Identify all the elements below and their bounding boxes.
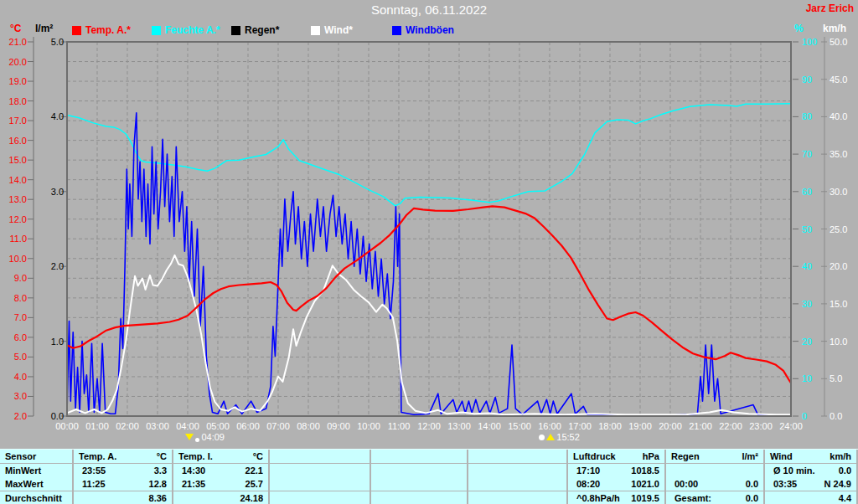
table-cell-empty-2-avg [371, 491, 467, 504]
row-header-label: MaxWert [5, 477, 44, 491]
sun-dot-icon [195, 438, 199, 442]
temp-tick-label: 4.0 [2, 372, 27, 382]
wind-tick-label: 10.0 [830, 337, 856, 347]
cell-time-label: Luftdruck [573, 450, 616, 463]
table-cell-luftdruck-header: LuftdruckhPa [568, 450, 664, 463]
cell-value-label: 3.3 [154, 464, 167, 477]
table-cell-regen-min [666, 464, 763, 477]
row-header-label: Sensor [5, 450, 36, 463]
cell-time-label: Temp. A. [79, 450, 116, 463]
temp-tick-label: 7.0 [2, 312, 27, 322]
table-cell-empty-1-max [270, 477, 370, 491]
cell-value-label: 1021.0 [631, 477, 659, 491]
table-cell-wind-avg: 4.4 [765, 491, 856, 504]
table-cell-temp-a-avg: 8.36 [74, 491, 172, 504]
table-cell-wind-header: Windkm/h [765, 450, 856, 463]
cell-value-label: 1019.5 [631, 491, 659, 504]
wind-tick-label: 50.0 [830, 37, 856, 47]
temp-tick-label: 8.0 [2, 293, 27, 303]
humidity-tick-label: 50 [802, 224, 824, 234]
humidity-tick-label: 30 [802, 299, 824, 309]
temp-tick-label: 9.0 [2, 273, 27, 283]
cell-value-label: °C [157, 450, 167, 463]
humidity-tick-label: 20 [802, 337, 824, 347]
sun-down-time: 04:09 [201, 432, 225, 442]
temp-tick-label: 10.0 [2, 254, 27, 264]
table-row-header: Durchschnitt [0, 491, 72, 504]
cell-time-label: 17:10 [576, 464, 600, 477]
table-cell-wind-min: Ø 10 min.0.0 [765, 464, 856, 477]
cell-value-label: 0.0 [839, 464, 851, 477]
stats-table: SensorMinWertMaxWertDurchschnittTemp. A.… [0, 449, 858, 504]
table-cell-temp-i-min: 14:3022.1 [173, 464, 268, 477]
table-cell-regen-header: Regenl/m² [666, 450, 763, 463]
wind-tick-label: 30.0 [830, 187, 856, 197]
cell-value-label: 12.8 [149, 477, 167, 491]
humidity-tick-label: 90 [802, 75, 824, 85]
sun-up-arrow-icon [546, 434, 555, 440]
cell-time-label: 21:35 [182, 477, 205, 491]
table-cell-empty-3-min [468, 464, 566, 477]
temp-tick-label: 19.0 [2, 76, 27, 86]
cell-time-label: Gesamt: [675, 491, 711, 504]
table-cell-empty-2-min [371, 464, 467, 477]
cell-time-label: 08:20 [576, 477, 600, 491]
row-header-label: MinWert [5, 464, 41, 477]
cell-time-label: 14:30 [182, 464, 205, 477]
humidity-tick-label: 40 [802, 261, 824, 271]
cell-value-label: 0.0 [746, 491, 758, 504]
cell-value-label: 22.1 [246, 464, 263, 477]
humidity-tick-label: 70 [802, 149, 824, 159]
cell-time-label: 23:55 [82, 464, 106, 477]
cell-time-label: 11:25 [82, 477, 106, 491]
temp-tick-label: 6.0 [2, 332, 27, 342]
cell-value-label: 24.18 [240, 491, 263, 504]
humidity-tick-label: 10 [802, 373, 824, 383]
grid-lines [67, 42, 791, 416]
temp-tick-label: 21.0 [2, 37, 27, 47]
temp-tick-label: 5.0 [2, 352, 27, 362]
temp-tick-label: 11.0 [2, 234, 27, 244]
cell-value-label: 4.4 [839, 491, 851, 504]
table-cell-empty-3-avg [468, 491, 566, 504]
humidity-tick-label: 80 [802, 111, 824, 121]
cell-time-label: 03:35 [773, 477, 797, 491]
wind-tick-label: 45.0 [830, 75, 856, 85]
rain-tick-label: 5.0 [40, 37, 64, 47]
wind-tick-label: 0.0 [830, 411, 856, 421]
temp-tick-label: 3.0 [2, 391, 27, 401]
table-cell-empty-3-max [468, 477, 566, 491]
wind-tick-label: 15.0 [830, 299, 856, 309]
wind-tick-label: 35.0 [830, 149, 856, 159]
cell-time-label: Ø 10 min. [773, 464, 815, 477]
table-cell-empty-2-header [371, 450, 467, 463]
table-cell-wind-max: 03:35N 24.9 [765, 477, 856, 491]
humidity-tick-label: 0 [802, 411, 824, 421]
temp-tick-label: 16.0 [2, 136, 27, 146]
table-cell-empty-1-avg [270, 491, 370, 504]
temp-tick-label: 12.0 [2, 214, 27, 224]
table-cell-luftdruck-max: 08:201021.0 [568, 477, 664, 491]
cell-time-label: 00:00 [675, 477, 698, 491]
table-cell-temp-a-header: Temp. A.°C [74, 450, 172, 463]
temp-tick-label: 2.0 [2, 411, 27, 421]
sun-up-marker: 15:52 [539, 432, 580, 442]
cell-time-label: Regen [671, 450, 700, 463]
table-row-header: Sensor [0, 450, 72, 463]
table-cell-temp-a-min: 23:553.3 [74, 464, 172, 477]
cell-value-label: 8.36 [149, 491, 167, 504]
table-row-header: MinWert [0, 464, 72, 477]
cell-time-label: Wind [770, 450, 793, 463]
cell-value-label: 25.7 [246, 477, 263, 491]
humidity-tick-label: 100 [802, 37, 824, 47]
series-windb-en [67, 113, 791, 415]
table-cell-regen-max: 00:000.0 [666, 477, 763, 491]
table-cell-temp-i-header: Temp. I.°C [173, 450, 268, 463]
sun-down-arrow-icon [185, 434, 194, 440]
temp-tick-label: 13.0 [2, 194, 27, 204]
table-cell-temp-i-avg: 24.18 [173, 491, 268, 504]
wind-tick-label: 25.0 [830, 224, 856, 234]
table-cell-empty-1-header [270, 450, 370, 463]
temp-tick-label: 18.0 [2, 96, 27, 106]
cell-value-label: N 24.9 [824, 477, 851, 491]
